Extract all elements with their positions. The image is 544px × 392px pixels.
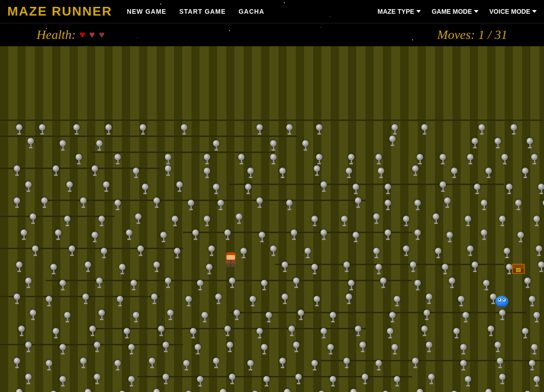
maze-orb — [355, 197, 361, 208]
maze-orb — [538, 261, 544, 272]
maze-orb — [412, 165, 419, 176]
maze-orb — [440, 154, 446, 164]
maze-orb — [14, 197, 20, 208]
maze-orb — [385, 200, 391, 210]
maze-orb — [14, 358, 20, 368]
maze-orb — [149, 358, 155, 368]
game-title: MAZE RUNNER — [7, 4, 112, 19]
maze-orb — [314, 165, 320, 176]
maze-orb — [183, 360, 190, 370]
maze-orb — [343, 261, 350, 272]
maze-orb — [355, 326, 361, 336]
voice-mode-dropdown[interactable]: VOICE MODE — [490, 8, 537, 15]
maze-orb — [46, 296, 52, 306]
status-bar: Health: ♥ ♥ ♥ Moves: 1 / 31 — [0, 23, 544, 46]
maze-orb — [446, 232, 453, 242]
maze-orb — [64, 216, 71, 226]
maze-orb — [321, 328, 327, 338]
maze-orb — [327, 344, 334, 354]
maze-orb — [270, 154, 277, 164]
maze-orb — [465, 216, 471, 226]
maze-orb — [96, 278, 103, 288]
maze-orb — [259, 232, 265, 242]
maze-orb — [240, 248, 247, 258]
maze-orb — [426, 342, 432, 352]
blue-slime — [495, 296, 508, 308]
maze-orb — [515, 200, 522, 210]
maze-orb — [256, 197, 263, 208]
maze-orb — [291, 229, 297, 240]
maze-orb — [348, 280, 354, 290]
maze-orb — [305, 248, 311, 258]
health-label: Health: — [37, 27, 76, 42]
maze-orb — [499, 374, 506, 384]
new-game-button[interactable]: NEW GAME — [127, 8, 167, 15]
maze-orb — [392, 344, 398, 354]
maze-orb — [27, 138, 34, 148]
maze-orb — [165, 278, 171, 288]
maze-orb — [158, 326, 164, 336]
maze-orb — [414, 229, 421, 240]
game-header: MAZE RUNNER NEW GAME START GAME GACHA MA… — [0, 0, 544, 23]
maze-orb — [321, 181, 327, 192]
maze-orb — [330, 312, 336, 322]
maze-orb — [60, 280, 66, 290]
maze-orb — [460, 360, 467, 370]
maze-orb — [73, 124, 80, 135]
maze-orb — [451, 168, 457, 178]
player-character — [224, 252, 237, 267]
maze-orb — [472, 138, 478, 148]
maze-type-dropdown[interactable]: MAZE TYPE — [378, 8, 421, 15]
maze-orb — [96, 140, 103, 151]
maze-orb — [488, 326, 494, 336]
maze-orb — [218, 200, 224, 210]
maze-orb — [449, 278, 455, 288]
maze-orb — [435, 248, 441, 258]
maze-orb — [350, 389, 357, 392]
maze-orb — [517, 232, 524, 242]
maze-orb — [197, 376, 203, 387]
maze-orb — [41, 197, 48, 208]
maze-orb — [82, 294, 89, 304]
maze-orb — [389, 312, 396, 322]
maze-orb — [85, 389, 91, 392]
maze-orb — [504, 248, 510, 258]
maze-orb — [467, 245, 473, 256]
voice-mode-arrow-icon — [532, 10, 537, 13]
maze-orb — [341, 216, 348, 226]
treasure-chest[interactable] — [512, 264, 525, 274]
start-game-button[interactable]: START GAME — [179, 8, 226, 15]
maze-orb — [25, 181, 32, 192]
maze-orb — [98, 310, 105, 320]
maze-orb — [14, 165, 20, 176]
maze-orb — [16, 389, 22, 392]
maze-orb — [529, 360, 535, 370]
maze-orb — [103, 181, 109, 192]
maze-orb — [153, 261, 160, 272]
maze-orb — [483, 280, 490, 290]
maze-orb — [302, 140, 309, 151]
maze-orb — [153, 389, 160, 392]
maze-orb — [18, 326, 25, 336]
maze-orb — [330, 376, 336, 387]
maze-orb — [133, 168, 139, 178]
maze-orb — [346, 168, 352, 178]
maze-orb — [92, 232, 98, 242]
maze-orb — [288, 326, 295, 336]
maze-orb — [497, 358, 503, 368]
maze-orb — [215, 294, 222, 304]
maze-orb — [204, 216, 210, 226]
maze-orb — [165, 154, 171, 164]
maze-orb — [98, 216, 105, 226]
maze-orb — [428, 374, 435, 384]
maze-orb — [195, 344, 201, 354]
maze-orb — [533, 216, 540, 226]
maze-orb — [46, 360, 52, 370]
maze-orb — [481, 200, 487, 210]
game-mode-dropdown[interactable]: GAME MODE — [432, 8, 479, 15]
gacha-button[interactable]: GACHA — [239, 8, 264, 15]
maze-orb — [25, 342, 32, 352]
maze-orb — [60, 376, 66, 387]
maze-area[interactable]: const mazeContainer = document.getElemen… — [0, 46, 544, 392]
maze-orb — [163, 342, 169, 352]
